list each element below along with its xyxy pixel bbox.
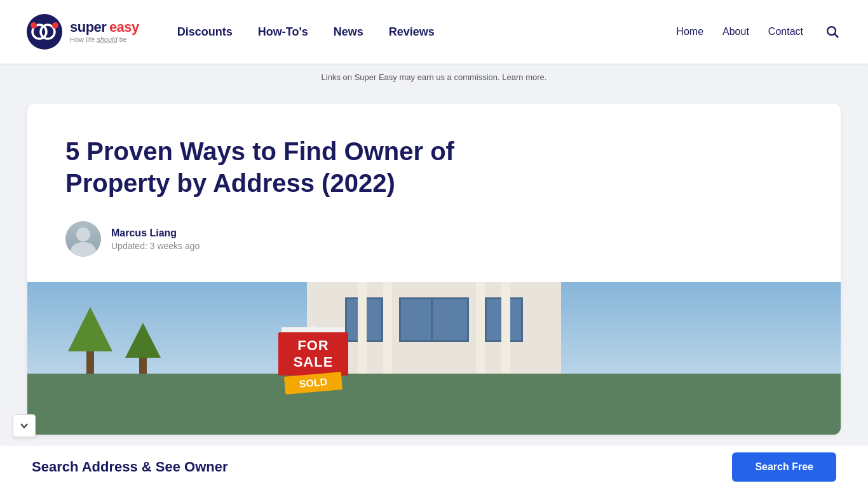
author-avatar	[65, 221, 101, 257]
sign-sale-text: SALE	[281, 354, 346, 370]
logo-text: super easy How life should be	[70, 20, 139, 43]
author-name: Marcus Liang	[111, 227, 200, 239]
sign-for-text: FOR	[281, 337, 346, 354]
house-window-4	[431, 297, 469, 342]
nav-discounts[interactable]: Discounts	[177, 25, 233, 39]
svg-point-4	[52, 22, 58, 29]
author-info: Marcus Liang Updated: 3 weeks ago	[111, 227, 200, 251]
logo-tagline-should: should	[97, 36, 117, 43]
house-column-4	[476, 282, 485, 377]
ground	[27, 374, 841, 435]
article-card: 5 Proven Ways to Find Owner of Property …	[27, 104, 841, 435]
tree-left	[68, 307, 112, 377]
logo-easy-text: easy	[109, 19, 139, 35]
site-header: super easy How life should be Discounts …	[0, 0, 868, 64]
nav-news[interactable]: News	[334, 25, 363, 39]
sticky-bottom-bar: Search Address & See Owner Search Free	[0, 445, 868, 488]
author-avatar-image	[65, 221, 101, 257]
sign-for-sale: FOR SALE	[278, 332, 348, 376]
logo-tagline: How life should be	[70, 36, 139, 43]
logo-icon	[25, 13, 64, 51]
scroll-down-button[interactable]	[13, 414, 36, 437]
site-logo[interactable]: super easy How life should be	[25, 13, 139, 51]
nav-about[interactable]: About	[722, 26, 749, 37]
search-icon	[825, 25, 839, 39]
house-column-1	[358, 282, 367, 377]
logo-super-text: super	[70, 19, 106, 35]
house-column-3	[501, 282, 510, 377]
nav-home[interactable]: Home	[676, 26, 703, 37]
svg-line-6	[835, 34, 839, 37]
for-sale-sign: FOR SALE SOLD	[281, 321, 345, 377]
article-title: 5 Proven Ways to Find Owner of Property …	[65, 135, 498, 199]
tree-left2	[125, 323, 161, 377]
content-wrapper: 5 Proven Ways to Find Owner of Property …	[0, 91, 868, 460]
author-updated: Updated: 3 weeks ago	[111, 241, 200, 251]
nav-howtos[interactable]: How-To's	[258, 25, 308, 39]
house-column-2	[383, 282, 392, 377]
sign-crossbar	[281, 327, 345, 332]
sticky-search-title: Search Address & See Owner	[32, 459, 228, 475]
notice-text: Links on Super Easy may earn us a commis…	[322, 72, 547, 82]
search-free-button[interactable]: Search Free	[732, 452, 836, 482]
author-row: Marcus Liang Updated: 3 weeks ago	[65, 221, 803, 257]
article-image: FOR SALE SOLD	[27, 282, 841, 435]
search-button[interactable]	[822, 22, 843, 42]
chevron-down-icon	[19, 421, 29, 431]
svg-point-3	[31, 22, 37, 29]
notice-bar: Links on Super Easy may earn us a commis…	[0, 64, 868, 91]
nav-contact[interactable]: Contact	[768, 26, 803, 37]
house-scene: FOR SALE SOLD	[27, 282, 841, 435]
svg-point-5	[827, 27, 836, 35]
nav-reviews[interactable]: Reviews	[389, 25, 435, 39]
main-navigation: Discounts How-To's News Reviews	[177, 25, 677, 39]
right-navigation: Home About Contact	[676, 22, 843, 42]
